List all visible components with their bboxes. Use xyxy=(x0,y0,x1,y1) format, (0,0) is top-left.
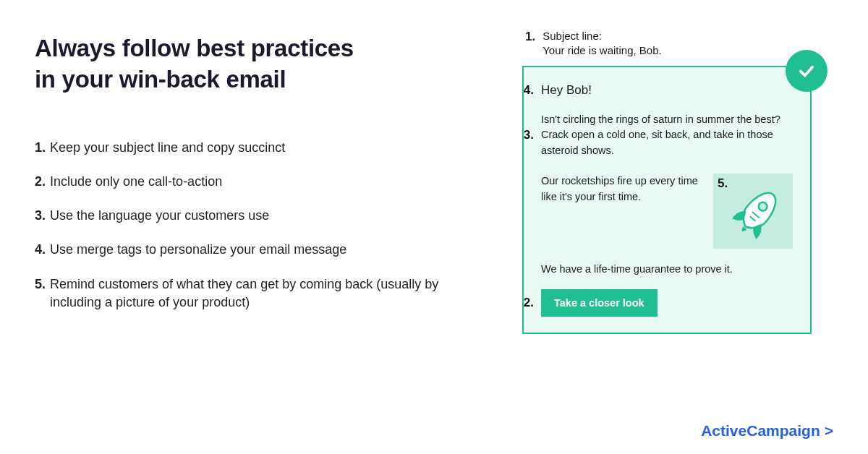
email-paragraph: We have a life-time guarantee to prove i… xyxy=(541,262,793,278)
email-paragraph: Our rocketships fire up every time like … xyxy=(541,174,705,205)
example-column: 1. Subject line: Your ride is waiting, B… xyxy=(522,29,833,454)
item-number: 4. xyxy=(35,241,46,259)
email-greeting: Hey Bob! xyxy=(541,83,592,98)
content-left: Always follow best practices in your win… xyxy=(35,29,479,454)
annotation-number: 2. xyxy=(519,296,534,310)
item-text: Include only one call-to-action xyxy=(50,173,222,191)
list-item: 3. Use the language your customers use xyxy=(35,207,479,225)
list-item: 2. Include only one call-to-action xyxy=(35,173,479,191)
item-number: 3. xyxy=(35,207,46,225)
item-number: 2. xyxy=(35,173,46,191)
heading-line-1: Always follow best practices xyxy=(35,35,354,61)
greeting-row: 4. Hey Bob! xyxy=(541,83,793,98)
subject-label: Subject line: xyxy=(542,29,662,43)
paragraph-with-image: Our rocketships fire up every time like … xyxy=(541,174,793,249)
subject-annotation: 1. Subject line: Your ride is waiting, B… xyxy=(525,29,833,59)
brand-logo: ActiveCampaign > xyxy=(701,422,833,440)
list-item: 1. Keep your subject line and copy succi… xyxy=(35,139,479,157)
email-preview-card: 4. Hey Bob! 3. Isn't circling the rings … xyxy=(522,66,812,334)
check-icon xyxy=(796,61,817,81)
check-badge xyxy=(786,50,827,92)
item-number: 5. xyxy=(35,275,46,312)
item-text: Use merge tags to personalize your email… xyxy=(50,241,346,259)
annotation-number: 3. xyxy=(519,128,534,142)
cta-row: 2. Take a closer look xyxy=(541,289,793,317)
list-item: 4. Use merge tags to personalize your em… xyxy=(35,241,479,259)
item-number: 1. xyxy=(35,139,46,157)
rocket-icon xyxy=(726,184,787,244)
heading-line-2: in your win-back email xyxy=(35,66,286,93)
subject-value: Your ride is waiting, Bob. xyxy=(542,43,662,58)
item-text: Use the language your customers use xyxy=(50,207,269,225)
annotation-number: 4. xyxy=(519,83,534,98)
practices-list: 1. Keep your subject line and copy succi… xyxy=(35,139,479,312)
paragraph-row: 3. Isn't circling the rings of saturn in… xyxy=(541,112,793,159)
annotation-number: 1. xyxy=(525,29,535,59)
chevron-right-icon: > xyxy=(825,422,833,440)
cta-button[interactable]: Take a closer look xyxy=(541,289,658,317)
item-text: Remind customers of what they can get by… xyxy=(50,275,479,312)
item-text: Keep your subject line and copy succinct xyxy=(50,139,285,157)
email-paragraph: Isn't circling the rings of saturn in su… xyxy=(541,112,793,159)
list-item: 5. Remind customers of what they can get… xyxy=(35,275,479,312)
brand-name: ActiveCampaign xyxy=(701,422,820,440)
page-title: Always follow best practices in your win… xyxy=(35,33,479,95)
product-image: 5. xyxy=(713,174,793,249)
